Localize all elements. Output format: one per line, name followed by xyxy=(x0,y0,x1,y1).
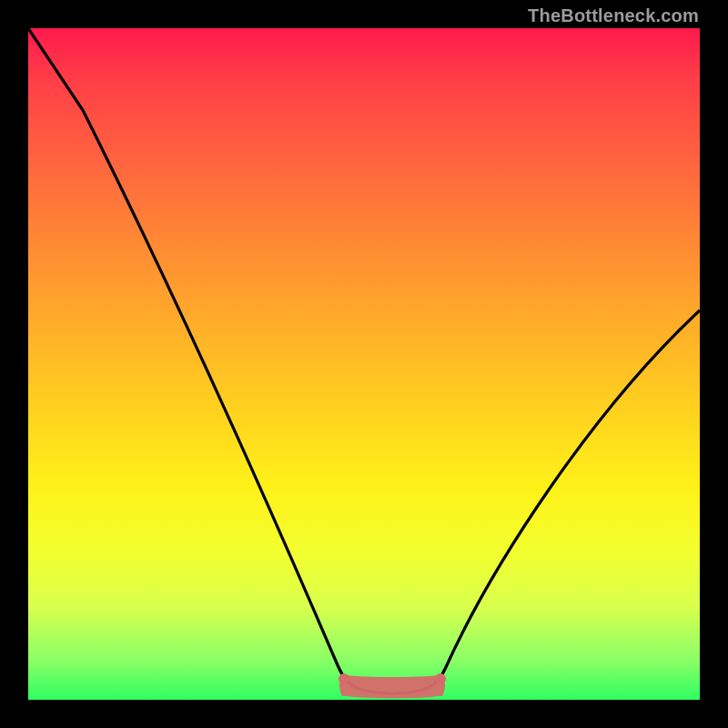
optimal-band xyxy=(337,669,448,702)
bottleneck-curve xyxy=(28,28,700,700)
curve-path xyxy=(28,28,700,693)
band-cap-left xyxy=(339,673,349,684)
attribution-text: TheBottleneck.com xyxy=(528,5,699,26)
plot-area xyxy=(28,28,700,700)
optimal-band-shape xyxy=(339,674,445,698)
band-cap-right xyxy=(435,673,446,684)
chart-frame: TheBottleneck.com xyxy=(0,0,728,728)
